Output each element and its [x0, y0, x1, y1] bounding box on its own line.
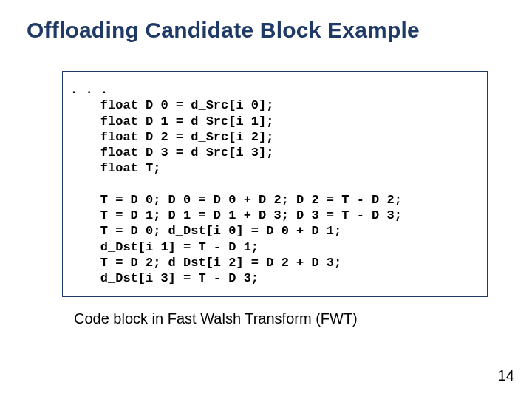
- slide: Offloading Candidate Block Example . . .…: [0, 0, 532, 399]
- slide-title: Offloading Candidate Block Example: [27, 18, 505, 43]
- caption: Code block in Fast Walsh Transform (FWT): [74, 310, 505, 327]
- code-block: . . . float D 0 = d_Src[i 0]; float D 1 …: [62, 71, 488, 297]
- page-number: 14: [498, 367, 514, 384]
